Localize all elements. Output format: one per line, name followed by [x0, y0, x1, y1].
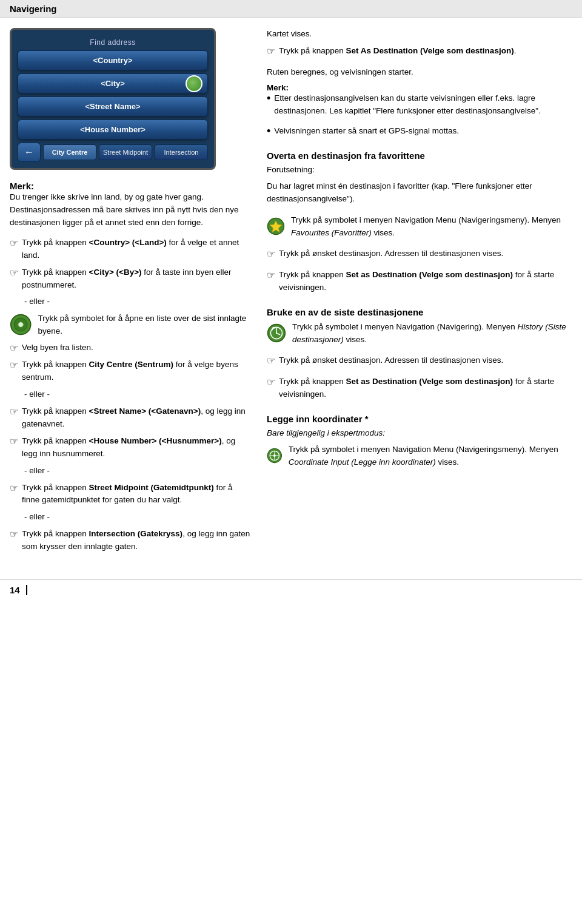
header-title: Navigering — [10, 4, 57, 14]
street-name-button[interactable]: <Street Name> — [18, 96, 208, 116]
instruction-midpoint: ☞ Trykk på knappen Street Midpoint (Gate… — [10, 482, 252, 507]
nav-symbol-1 — [10, 312, 32, 337]
section2-arrow-2: ☞ — [267, 355, 275, 366]
right-arrow-1: ☞ — [267, 46, 275, 57]
arrow-icon-1: ☞ — [10, 237, 18, 249]
section1-prereq: Forutsetning: — [267, 164, 572, 177]
bullet-dot-1: • — [267, 92, 270, 106]
right-merk-bullet-1: • Etter destinasjonsangivelsen kan du st… — [267, 92, 572, 122]
section1-step3-text: Trykk på knappen Set as Destination (Vel… — [279, 269, 572, 294]
section2-title: Bruke en av de siste destinasjonene — [267, 307, 572, 317]
bullet-dot-2: • — [267, 125, 270, 138]
symbol-row-1: Trykk på symbolet for å åpne en liste ov… — [10, 312, 252, 338]
right-intro: Kartet vises. — [267, 28, 572, 41]
right-column: Kartet vises. ☞ Trykk på knappen Set As … — [267, 28, 572, 558]
svg-point-14 — [273, 455, 276, 457]
section3-symbol-text: Trykk på symbolet i menyen Navigation Me… — [289, 443, 572, 469]
instruction-midpoint-text: Trykk på knappen Street Midpoint (Gatemi… — [22, 482, 252, 507]
instruction-street: ☞ Trykk på knappen <Street Name> (<Gaten… — [10, 405, 252, 431]
page-header: Navigering — [0, 0, 582, 18]
eller-2: - eller - — [24, 388, 252, 401]
nav-symbol-coord — [267, 443, 283, 468]
section1-prereq-text: Du har lagret minst én destinasjon i fav… — [267, 180, 572, 206]
left-merk-text: Du trenger ikke skrive inn land, by og g… — [10, 191, 252, 229]
right-merk-bullet-1-text: Etter destinasjonsangivelsen kan du star… — [274, 92, 572, 118]
instruction-house-text: Trykk på knappen <House Number> (<Husnum… — [22, 435, 252, 460]
city-btn-icon: ↻ — [193, 79, 199, 88]
instruction-country-text: Trykk på knappen <Country> (<Land>) for … — [22, 237, 252, 262]
section3-title: Legge inn koordinater * — [267, 414, 572, 424]
nav-symbol-hist — [267, 321, 286, 345]
instruction-city-centre: ☞ Trykk på knappen City Centre (Sentrum)… — [10, 359, 252, 384]
symbol-instruction-1-text: Trykk på symbolet for å åpne en liste ov… — [38, 312, 252, 338]
section2-symbol-step: Trykk på symbolet i menyen Navigation (N… — [267, 321, 572, 351]
instruction-intersection-text: Trykk på knappen Intersection (Gatekryss… — [22, 528, 252, 553]
section2-step3-text: Trykk på knappen Set as Destination (Vel… — [279, 376, 572, 401]
right-merk-bullet-2: • Veivisningen starter så snart et GPS-s… — [267, 125, 572, 142]
instruction-city-centre-text: Trykk på knappen City Centre (Sentrum) f… — [22, 359, 252, 384]
section1-arrow-2: ☞ — [267, 248, 275, 260]
section2-step3: ☞ Trykk på knappen Set as Destination (V… — [267, 376, 572, 405]
section1-arrow-3: ☞ — [267, 269, 275, 281]
arrow-icon-6: ☞ — [10, 436, 18, 447]
instruction-house: ☞ Trykk på knappen <House Number> (<Husn… — [10, 435, 252, 460]
instruction-city-text: Trykk på knappen <City> (<By>) for å tas… — [22, 266, 252, 292]
arrow-icon-3: ☞ — [10, 342, 18, 354]
section2-arrow-3: ☞ — [267, 376, 275, 388]
left-instructions: ☞ Trykk på knappen <Country> (<Land>) fo… — [10, 237, 252, 553]
right-instruction-1-text: Trykk på knappen Set As Destination (Vel… — [279, 45, 516, 58]
section1-step3: ☞ Trykk på knappen Set as Destination (V… — [267, 269, 572, 298]
left-merk-title: Merk: — [10, 181, 34, 191]
nav-symbol-fav — [267, 214, 285, 238]
section2-symbol-text: Trykk på symbolet i menyen Navigation (N… — [292, 321, 572, 346]
section1-symbol-step: Trykk på symbolet i menyen Navigation Me… — [267, 214, 572, 244]
eller-3: - eller - — [24, 465, 252, 477]
instruction-intersection: ☞ Trykk på knappen Intersection (Gatekry… — [10, 528, 252, 553]
section3-subtitle: Bare tilgjengelig i ekspertmodus: — [267, 427, 572, 440]
section1-step2: ☞ Trykk på ønsket destinasjon. Adressen … — [267, 248, 572, 265]
section2-step2-text: Trykk på ønsket destinasjon. Adressen ti… — [279, 354, 503, 367]
arrow-icon-7: ☞ — [10, 482, 18, 494]
section2-step2: ☞ Trykk på ønsket destinasjon. Adressen … — [267, 354, 572, 371]
instruction-country: ☞ Trykk på knappen <Country> (<Land>) fo… — [10, 237, 252, 262]
instruction-city: ☞ Trykk på knappen <City> (<By>) for å t… — [10, 266, 252, 292]
device-screenshot: Find address <Country> <City> ↻ <Street … — [10, 28, 216, 170]
city-centre-tab[interactable]: City Centre — [43, 144, 96, 160]
device-bottom-bar: ← City Centre Street Midpoint Intersecti… — [18, 143, 208, 162]
left-merk-block: Merk: Du trenger ikke skrive inn land, b… — [10, 181, 252, 229]
arrow-icon-2: ☞ — [10, 267, 18, 278]
right-merk-bullet-2-text: Veivisningen starter så snart et GPS-sig… — [274, 125, 459, 138]
instruction-street-text: Trykk på knappen <Street Name> (<Gatenav… — [22, 405, 252, 431]
street-midpoint-tab[interactable]: Street Midpoint — [99, 144, 152, 160]
back-button[interactable]: ← — [18, 143, 41, 162]
arrow-icon-8: ☞ — [10, 528, 18, 540]
page-number: 14 — [10, 585, 27, 595]
right-route-text: Ruten beregnes, og veivisningen starter. — [267, 66, 572, 79]
device-title: Find address — [18, 36, 208, 50]
house-number-button[interactable]: <House Number> — [18, 120, 208, 140]
section3-symbol-step: Trykk på symbolet i menyen Navigation Me… — [267, 443, 572, 473]
section1-symbol-text: Trykk på symbolet i menyen Navigation Me… — [291, 214, 572, 240]
city-button[interactable]: <City> ↻ — [18, 73, 208, 93]
country-button[interactable]: <Country> — [18, 50, 208, 70]
intersection-tab[interactable]: Intersection — [155, 144, 208, 160]
arrow-icon-5: ☞ — [10, 406, 18, 417]
right-merk-title: Merk: — [267, 83, 572, 92]
right-instruction-1: ☞ Trykk på knappen Set As Destination (V… — [267, 45, 572, 62]
eller-4: - eller - — [24, 511, 252, 524]
instruction-velg-text: Velg byen fra listen. — [22, 342, 93, 354]
instruction-velg: ☞ Velg byen fra listen. — [10, 342, 252, 354]
section1-prereq-detail: Du har lagret minst én destinasjon i fav… — [267, 180, 572, 210]
svg-point-2 — [19, 323, 23, 327]
section1-step2-text: Trykk på ønsket destinasjon. Adressen ti… — [279, 248, 503, 260]
eller-1: - eller - — [24, 295, 252, 308]
section1-title: Overta en destinasjon fra favorittene — [267, 150, 572, 161]
arrow-icon-4: ☞ — [10, 359, 18, 371]
left-column: Find address <Country> <City> ↻ <Street … — [10, 28, 252, 558]
right-merk-block: Merk: • Etter destinasjonsangivelsen kan… — [267, 83, 572, 142]
